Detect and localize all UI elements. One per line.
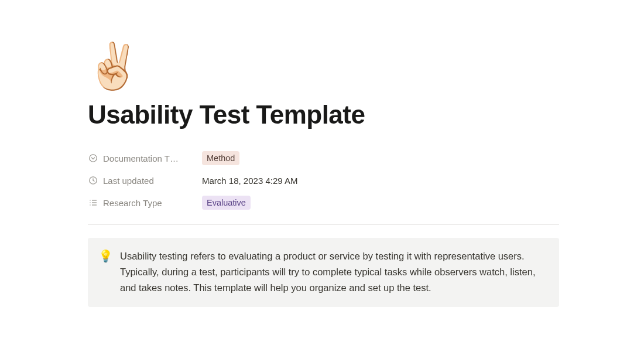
property-label-text: Documentation T… <box>103 153 179 163</box>
property-label: Research Type <box>88 197 202 208</box>
svg-point-6 <box>90 204 90 205</box>
property-value[interactable]: March 18, 2023 4:29 AM <box>202 176 297 186</box>
property-label: Documentation T… <box>88 153 202 163</box>
property-label-text: Research Type <box>103 198 162 208</box>
lightbulb-icon: 💡 <box>98 248 113 296</box>
multi-select-icon <box>88 197 98 208</box>
callout-text: Usability testing refers to evaluating a… <box>120 248 546 296</box>
divider <box>88 224 559 225</box>
clock-icon <box>88 175 98 186</box>
page-container: ✌🏻 Usability Test Template Documentation… <box>0 0 644 307</box>
tag-evaluative: Evaluative <box>202 196 251 210</box>
svg-point-4 <box>90 202 90 203</box>
svg-point-2 <box>90 200 90 200</box>
property-row-research-type[interactable]: Research Type Evaluative <box>88 192 559 214</box>
property-row-last-updated[interactable]: Last updated March 18, 2023 4:29 AM <box>88 169 559 192</box>
svg-point-0 <box>90 155 97 162</box>
property-value[interactable]: Method <box>202 151 239 165</box>
property-label-text: Last updated <box>103 176 154 186</box>
tag-method: Method <box>202 151 239 165</box>
callout-block[interactable]: 💡 Usability testing refers to evaluating… <box>88 238 559 307</box>
property-label: Last updated <box>88 175 202 186</box>
properties-table: Documentation T… Method Last updated Mar… <box>88 147 559 214</box>
page-icon[interactable]: ✌🏻 <box>85 44 559 88</box>
page-title[interactable]: Usability Test Template <box>88 100 559 129</box>
property-row-documentation-type[interactable]: Documentation T… Method <box>88 147 559 169</box>
select-icon <box>88 153 98 163</box>
property-value[interactable]: Evaluative <box>202 196 251 210</box>
